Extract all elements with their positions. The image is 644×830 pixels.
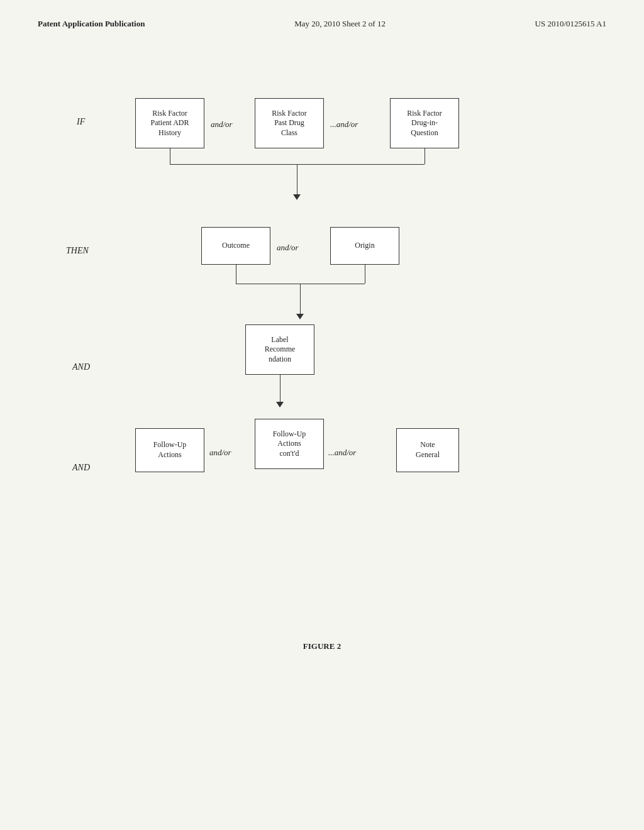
box-risk-past-drug: Risk Factor Past Drug Class [255,98,324,148]
connector-andor-4: and/or [209,448,231,458]
header-center: May 20, 2010 Sheet 2 of 12 [294,19,386,29]
arrow-row2-down [296,314,304,319]
line-row1-v-right [425,148,425,164]
label-if: IF [77,117,85,127]
label-and-1: AND [72,362,90,372]
box-origin: Origin [330,227,399,265]
box-risk-patient-adr: Risk Factor Patient ADR History [135,98,204,148]
box-risk-drug-question: Risk Factor Drug-in- Question [390,98,459,148]
arrow-row3-down [276,402,284,407]
line-row3-v [280,375,280,403]
line-row2-v-left [236,265,236,284]
box-outcome: Outcome [201,227,270,265]
label-then: THEN [66,246,89,256]
label-and-2: AND [72,463,90,473]
line-row1-v-center [297,164,297,196]
box-note-general: Note General [396,428,459,472]
line-row2-v-center [300,284,301,315]
header-left: Patent Application Publication [38,19,145,29]
box-label-recommendation: Label Recomme ndation [245,324,314,375]
connector-andor-5: ...and/or [328,448,356,458]
box-followup-actions: Follow-Up Actions [135,428,204,472]
arrow-row1-down [293,194,301,200]
diagram: IF Risk Factor Patient ADR History and/o… [38,67,606,727]
connector-andor-3: and/or [277,243,299,253]
line-row1-v-left [170,148,170,164]
figure-caption: FIGURE 2 [38,641,606,651]
page-header: Patent Application Publication May 20, 2… [38,19,606,29]
page: Patent Application Publication May 20, 2… [0,0,644,830]
connector-andor-2: ...and/or [330,119,358,130]
connector-andor-1: and/or [211,119,233,130]
line-row2-v-right [365,265,365,284]
box-followup-actions-contd: Follow-Up Actions con't'd [255,419,324,469]
header-right: US 2010/0125615 A1 [535,19,606,29]
